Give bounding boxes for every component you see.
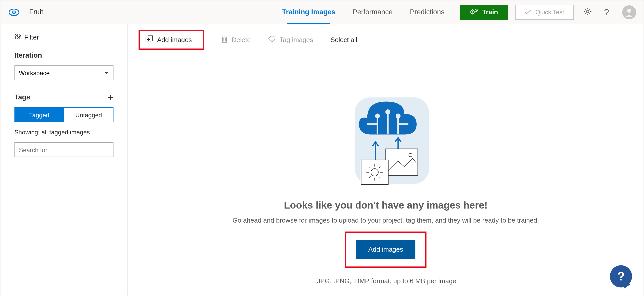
filter-icon: [14, 33, 21, 42]
empty-illustration-icon: [343, 93, 429, 188]
check-icon: [525, 9, 531, 16]
svg-point-13: [476, 10, 476, 10]
tags-label: Tags: [14, 93, 30, 101]
tag-filter-toggle: Tagged Untagged: [14, 107, 113, 122]
svg-point-17: [15, 35, 16, 36]
header-actions: Train Quick Test ?: [460, 4, 636, 20]
filter-header: Filter: [14, 33, 113, 42]
help-fab[interactable]: ?: [610, 265, 632, 287]
filter-label: Filter: [24, 34, 39, 41]
format-hint: .JPG, .PNG, .BMP format, up to 6 MB per …: [315, 278, 456, 285]
add-images-highlight: Add images: [139, 30, 204, 50]
project-name: Fruit: [29, 8, 43, 16]
select-all-button[interactable]: Select all: [330, 36, 357, 44]
untagged-toggle[interactable]: Untagged: [64, 108, 113, 122]
quick-test-button[interactable]: Quick Test: [515, 5, 574, 20]
header-bar: Fruit Training Images Performance Predic…: [1, 1, 644, 24]
nav-tabs: Training Images Performance Predictions: [282, 1, 444, 24]
empty-state: Looks like you don't have any images her…: [128, 56, 644, 296]
svg-rect-44: [361, 160, 388, 185]
app-window: Fruit Training Images Performance Predic…: [0, 0, 644, 296]
question-icon: ?: [617, 269, 625, 284]
empty-subtitle: Go ahead and browse for images to upload…: [233, 217, 539, 224]
tagged-toggle[interactable]: Tagged: [15, 108, 64, 122]
iteration-select[interactable]: Workspace: [14, 65, 113, 80]
add-images-primary-button[interactable]: Add images: [356, 240, 415, 259]
tag-icon: [268, 36, 275, 44]
settings-icon[interactable]: [581, 5, 594, 20]
body: Filter Iteration Workspace Tags + Tagged…: [1, 24, 644, 296]
add-images-icon: [146, 35, 153, 44]
svg-point-21: [19, 35, 21, 36]
help-icon[interactable]: ?: [601, 4, 611, 20]
custom-vision-logo-icon: [9, 8, 19, 16]
svg-rect-25: [222, 37, 226, 42]
svg-point-2: [14, 12, 14, 12]
main-area: Add images Delete Tag images Select all: [128, 24, 644, 296]
user-avatar[interactable]: [622, 5, 636, 19]
iteration-label: Iteration: [14, 52, 113, 60]
svg-point-7: [472, 11, 473, 12]
gears-icon: [470, 8, 478, 16]
add-images-button[interactable]: Add images: [157, 36, 192, 44]
svg-point-15: [627, 8, 631, 12]
trash-icon: [221, 35, 228, 44]
svg-rect-42: [386, 149, 418, 176]
sidebar: Filter Iteration Workspace Tags + Tagged…: [1, 24, 128, 296]
train-button[interactable]: Train: [460, 5, 508, 20]
svg-point-19: [17, 37, 18, 38]
add-images-button-highlight: Add images: [345, 231, 427, 268]
svg-point-30: [273, 37, 274, 38]
toolbar: Add images Delete Tag images Select all: [128, 24, 644, 56]
empty-title: Looks like you don't have any images her…: [284, 199, 488, 211]
tab-performance[interactable]: Performance: [353, 1, 393, 24]
tag-search-input[interactable]: [14, 142, 113, 157]
delete-button: Delete: [221, 35, 251, 44]
tab-predictions[interactable]: Predictions: [410, 1, 445, 24]
tab-training-images[interactable]: Training Images: [282, 1, 335, 24]
tag-images-button: Tag images: [268, 36, 313, 44]
add-tag-icon[interactable]: +: [108, 93, 114, 102]
svg-point-14: [586, 10, 589, 13]
showing-text: Showing: all tagged images: [14, 129, 113, 136]
